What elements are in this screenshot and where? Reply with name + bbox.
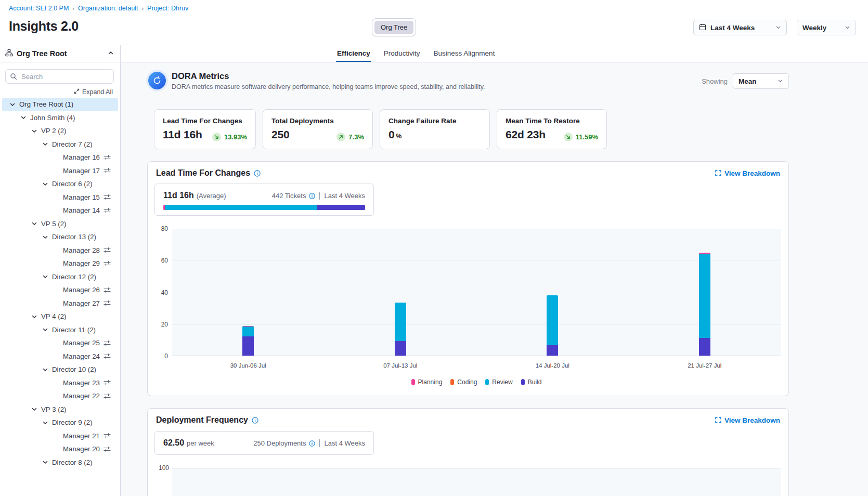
trend-down-icon [212, 133, 221, 141]
showing-control: Showing Mean [702, 73, 789, 89]
tree-item-vp-3-2[interactable]: VP 3 (2) [2, 403, 118, 416]
chevron-down-icon[interactable] [42, 234, 48, 240]
stacked-bar-14-jul-20-jul[interactable] [547, 295, 558, 356]
tree-item-director-8-2[interactable]: Director 8 (2) [2, 456, 118, 469]
tree-item-director-12-2[interactable]: Director 12 (2) [2, 270, 118, 284]
tree-item-org-tree-root-1[interactable]: Org Tree Root (1) [2, 98, 118, 111]
tab-productivity[interactable]: Productivity [383, 45, 421, 62]
tree-item-vp-4-2[interactable]: VP 4 (2) [2, 310, 118, 323]
tree-item-manager-27[interactable]: Manager 27 [2, 297, 118, 310]
filter-sliders-icon[interactable] [103, 154, 111, 161]
tree-item-label: Director 7 (2) [52, 140, 93, 148]
org-tree-list: Org Tree Root (1)John Smith (4)VP 2 (2)D… [0, 98, 120, 469]
stacked-bar-21-jul-27-jul[interactable] [699, 253, 710, 356]
legend-item-review[interactable]: Review [485, 378, 512, 386]
chevron-down-icon[interactable] [42, 367, 48, 373]
filter-sliders-icon[interactable] [103, 432, 111, 439]
tree-item-director-6-2[interactable]: Director 6 (2) [2, 177, 118, 191]
tree-item-label: Manager 14 [63, 206, 100, 214]
filter-sliders-icon[interactable] [103, 340, 111, 347]
tree-item-manager-23[interactable]: Manager 23 [2, 376, 118, 390]
chevron-down-icon[interactable] [42, 273, 48, 280]
tab-bar: Efficiency Productivity Business Alignme… [121, 45, 868, 62]
tree-item-manager-16[interactable]: Manager 16 [2, 151, 118, 164]
showing-select[interactable]: Mean [733, 73, 789, 89]
legend-item-coding[interactable]: Coding [450, 378, 477, 386]
filter-sliders-icon[interactable] [103, 207, 111, 214]
filter-sliders-icon[interactable] [103, 246, 111, 254]
breadcrumb-project[interactable]: Project: Dhruv [147, 5, 188, 12]
tab-efficiency[interactable]: Efficiency [336, 45, 371, 62]
tree-item-john-smith-4[interactable]: John Smith (4) [2, 111, 118, 125]
tree-item-manager-26[interactable]: Manager 26 [2, 283, 118, 297]
chevron-down-icon[interactable] [31, 314, 37, 320]
chevron-down-icon[interactable] [9, 101, 16, 108]
filter-sliders-icon[interactable] [103, 379, 111, 386]
tab-business-alignment[interactable]: Business Alignment [433, 45, 496, 62]
granularity-select[interactable]: Weekly [797, 20, 856, 35]
chevron-up-icon[interactable] [108, 49, 114, 58]
chart-y-tick: 80 [150, 225, 168, 232]
filter-sliders-icon[interactable] [103, 446, 111, 453]
tree-item-director-7-2[interactable]: Director 7 (2) [2, 138, 118, 151]
tree-item-vp-2-2[interactable]: VP 2 (2) [2, 124, 118, 138]
dora-cycle-icon [148, 72, 166, 89]
tree-item-manager-25[interactable]: Manager 25 [2, 336, 118, 350]
legend-item-planning[interactable]: Planning [411, 378, 443, 386]
tree-item-label: Manager 15 [63, 193, 100, 201]
chevron-down-icon[interactable] [20, 114, 27, 121]
tree-item-director-10-2[interactable]: Director 10 (2) [2, 363, 118, 376]
expand-all-button[interactable]: Expand All [0, 88, 113, 96]
chevron-down-icon[interactable] [42, 327, 48, 333]
metric-card-change-failure-rate: Change Failure Rate 0% [380, 109, 490, 149]
stacked-bar-07-jul-13-jul[interactable] [395, 303, 406, 356]
breadcrumb-organization[interactable]: Organization: default [78, 5, 138, 12]
chevron-down-icon[interactable] [31, 128, 37, 134]
tree-item-manager-20[interactable]: Manager 20 [2, 442, 118, 456]
tree-item-manager-22[interactable]: Manager 22 [2, 389, 118, 403]
org-tree-toggle-button[interactable]: Org Tree [374, 21, 413, 34]
chevron-down-icon[interactable] [42, 420, 48, 426]
filter-sliders-icon[interactable] [103, 393, 111, 400]
filter-sliders-icon[interactable] [103, 286, 111, 294]
chart-gridline [172, 260, 781, 261]
granularity-value: Weekly [802, 24, 826, 32]
dora-title: DORA Metrics [172, 71, 229, 81]
filter-sliders-icon[interactable] [103, 193, 111, 201]
metric-card-mean-time-to-restore: Mean Time To Restore 62d 23h 11.59% [497, 109, 607, 149]
tree-item-label: Director 12 (2) [52, 273, 96, 281]
tree-item-label: Director 8 (2) [52, 459, 93, 466]
sidebar-search [5, 69, 114, 84]
stacked-bar-30-jun-06-jul[interactable] [242, 326, 254, 356]
metric-suffix: % [396, 133, 401, 140]
tree-item-director-13-2[interactable]: Director 13 (2) [2, 230, 118, 244]
filter-sliders-icon[interactable] [103, 299, 111, 307]
info-icon[interactable] [309, 440, 315, 447]
view-breakdown-link[interactable]: View Breakdown [715, 416, 780, 424]
date-range-select[interactable]: Last 4 Weeks [693, 20, 787, 35]
tree-item-manager-29[interactable]: Manager 29 [2, 257, 118, 270]
bar-segment-review [242, 327, 254, 336]
breadcrumb-account[interactable]: Account: SEI 2.0 PM [9, 5, 69, 12]
chevron-down-icon[interactable] [31, 220, 37, 227]
search-input[interactable] [5, 69, 114, 84]
filter-sliders-icon[interactable] [103, 353, 111, 360]
tree-item-manager-15[interactable]: Manager 15 [2, 191, 118, 204]
chevron-down-icon[interactable] [42, 459, 48, 465]
tree-item-manager-24[interactable]: Manager 24 [2, 350, 118, 363]
tree-item-manager-28[interactable]: Manager 28 [2, 244, 118, 257]
tree-item-manager-14[interactable]: Manager 14 [2, 204, 118, 217]
chevron-down-icon[interactable] [31, 406, 37, 412]
tree-item-manager-17[interactable]: Manager 17 [2, 164, 118, 178]
tree-item-manager-21[interactable]: Manager 21 [2, 429, 118, 443]
expand-all-label: Expand All [82, 88, 113, 96]
legend-item-build[interactable]: Build [521, 378, 542, 386]
info-icon[interactable] [252, 417, 258, 424]
chevron-down-icon[interactable] [42, 181, 48, 187]
chevron-down-icon[interactable] [42, 141, 48, 147]
tree-item-director-11-2[interactable]: Director 11 (2) [2, 323, 118, 337]
filter-sliders-icon[interactable] [103, 167, 111, 174]
tree-item-vp-5-2[interactable]: VP 5 (2) [2, 217, 118, 231]
tree-item-director-9-2[interactable]: Director 9 (2) [2, 416, 118, 429]
filter-sliders-icon[interactable] [103, 260, 111, 267]
